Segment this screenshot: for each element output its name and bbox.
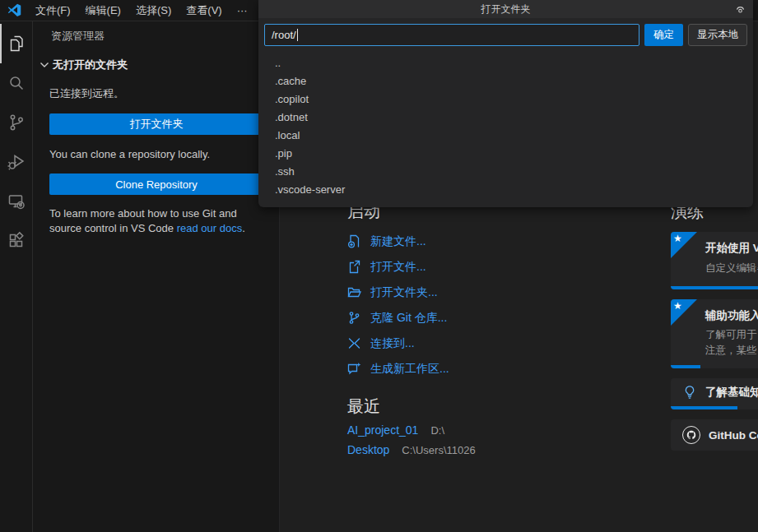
git-clone-icon: [347, 311, 361, 325]
progress-bar: [671, 365, 700, 368]
sidebar-title: 资源管理器: [33, 21, 279, 44]
activitybar-remote-explorer[interactable]: [0, 182, 33, 221]
recent-list: AI_project_01 D:\ Desktop C:\Users\11026: [347, 423, 619, 463]
show-local-button[interactable]: 显示本地: [688, 24, 747, 46]
walkthrough-card-fundamentals[interactable]: 了解基础知: [671, 378, 758, 409]
card-title: GitHub Cop: [709, 429, 758, 442]
confirm-button[interactable]: 确定: [644, 24, 683, 46]
folder-row[interactable]: .local: [258, 127, 753, 145]
dialog-title: 打开文件夹: [265, 2, 728, 16]
menu-more[interactable]: ···: [230, 0, 255, 21]
section-no-folder-opened[interactable]: 无打开的文件夹: [33, 58, 279, 72]
folder-row-parent[interactable]: ..: [258, 54, 753, 72]
folder-row[interactable]: .pip: [258, 145, 753, 163]
recent-item: AI_project_01 D:\: [347, 423, 619, 443]
start-connect-to[interactable]: 连接到...: [347, 331, 619, 356]
git-docs-text: To learn more about how to use Git and s…: [33, 206, 279, 235]
new-workspace-icon: [347, 362, 361, 376]
start-new-file[interactable]: 新建文件...: [347, 229, 619, 254]
connect-to-icon: [347, 336, 361, 350]
activitybar-source-control[interactable]: [0, 103, 33, 142]
start-item-label: 克隆 Git 仓库...: [370, 311, 447, 326]
activitybar-run-debug[interactable]: [0, 142, 33, 182]
folder-row[interactable]: .cache: [258, 72, 753, 90]
open-file-icon: [347, 260, 361, 274]
extensions-icon: [7, 231, 26, 251]
remote-explorer-icon: [7, 192, 26, 211]
github-icon: [682, 426, 700, 444]
docs-text-after: .: [242, 222, 245, 234]
recent-path: D:\: [430, 424, 444, 437]
walkthroughs-column: 演练 ★ 开始使用 VS 自定义编辑器 ★ 辅助功能入 了解可用于 注意，: [671, 201, 758, 460]
start-item-label: 生成新工作区...: [370, 362, 449, 377]
clone-repository-button[interactable]: Clone Repository: [49, 173, 263, 195]
card-description: 自定义编辑器: [705, 261, 758, 276]
menu-selection[interactable]: 选择(S): [128, 0, 179, 21]
star-icon: ★: [673, 233, 682, 244]
walkthrough-card-get-started[interactable]: ★ 开始使用 VS 自定义编辑器: [671, 232, 758, 289]
start-open-file[interactable]: 打开文件...: [347, 254, 619, 280]
source-control-icon: [7, 113, 26, 132]
progress-bar: [671, 406, 737, 409]
screencast-icon[interactable]: [728, 3, 746, 16]
walkthrough-card-github-copilot[interactable]: GitHub Cop: [671, 419, 758, 451]
folder-list: .. .cache .copilot .dotnet .local .pip .…: [258, 51, 753, 207]
start-clone-git-repo[interactable]: 克隆 Git 仓库...: [347, 305, 619, 331]
menu-view[interactable]: 查看(V): [179, 0, 229, 21]
card-title: 辅助功能入: [705, 308, 758, 323]
read-our-docs-link[interactable]: read our docs: [177, 222, 243, 234]
card-title: 了解基础知: [705, 385, 758, 400]
text-caret: [297, 29, 298, 41]
folder-path-value: /root/: [272, 29, 296, 41]
menu-edit[interactable]: 编辑(E): [78, 0, 128, 21]
start-column: 启动 新建文件... 打开文件...: [347, 201, 619, 463]
search-icon: [7, 73, 26, 93]
lightbulb-icon: [682, 385, 697, 400]
activitybar-extensions[interactable]: [0, 221, 33, 261]
remote-status-text: 已连接到远程。: [33, 86, 279, 101]
recent-heading: 最近: [347, 396, 619, 417]
run-debug-icon: [7, 152, 26, 172]
open-folder-icon: [347, 285, 361, 299]
recent-item: Desktop C:\Users\11026: [347, 443, 619, 463]
chevron-down-icon: [40, 62, 49, 68]
start-item-label: 打开文件夹...: [370, 285, 438, 300]
open-folder-dialog: 打开文件夹 /root/ 确定 显示本地 .. .cache .copilot …: [258, 0, 753, 207]
folder-row[interactable]: .ssh: [258, 163, 753, 181]
explorer-sidebar: 资源管理器 无打开的文件夹 已连接到远程。 打开文件夹 You can clon…: [33, 21, 280, 532]
new-file-icon: [347, 234, 361, 248]
card-description: 注意，某些: [705, 343, 758, 359]
walkthrough-card-accessibility[interactable]: ★ 辅助功能入 了解可用于 注意，某些: [671, 299, 758, 368]
menu-file[interactable]: 文件(F): [28, 0, 78, 21]
card-description: 了解可用于: [705, 327, 758, 343]
section-label: 无打开的文件夹: [53, 58, 128, 72]
vscode-logo-icon: [7, 3, 21, 17]
start-item-label: 新建文件...: [370, 234, 426, 249]
folder-row[interactable]: .vscode-server: [258, 181, 753, 199]
folder-row[interactable]: .copilot: [258, 90, 753, 109]
folder-row[interactable]: .dotnet: [258, 109, 753, 127]
dialog-header: 打开文件夹: [258, 0, 753, 18]
star-icon: ★: [673, 300, 682, 312]
folder-path-input[interactable]: /root/: [264, 24, 639, 46]
card-title: 开始使用 VS: [705, 241, 758, 256]
recent-link-ai-project[interactable]: AI_project_01: [347, 423, 418, 437]
dialog-input-row: /root/ 确定 显示本地: [258, 18, 753, 51]
activity-bar: [0, 21, 33, 532]
start-new-workspace[interactable]: 生成新工作区...: [347, 356, 619, 382]
start-item-label: 连接到...: [370, 336, 415, 351]
open-folder-button[interactable]: 打开文件夹: [49, 113, 263, 135]
files-icon: [7, 34, 26, 53]
progress-bar: [671, 286, 758, 289]
activitybar-search[interactable]: [0, 63, 33, 103]
start-list: 新建文件... 打开文件... 打开文件夹...: [347, 229, 619, 382]
start-open-folder[interactable]: 打开文件夹...: [347, 280, 619, 305]
recent-path: C:\Users\11026: [402, 444, 475, 456]
recent-link-desktop[interactable]: Desktop: [347, 443, 389, 456]
start-item-label: 打开文件...: [370, 260, 426, 275]
activitybar-explorer[interactable]: [0, 24, 33, 63]
clone-hint-text: You can clone a repository locally.: [33, 147, 279, 162]
